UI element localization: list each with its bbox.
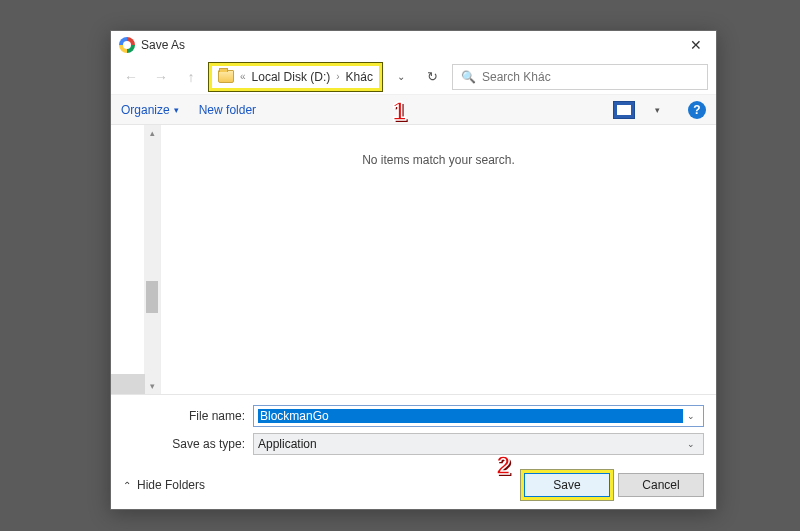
up-button[interactable]: ↑ — [179, 65, 203, 89]
savetype-combo[interactable]: Application ⌄ — [253, 433, 704, 455]
cancel-button[interactable]: Cancel — [618, 473, 704, 497]
breadcrumb-bar[interactable]: « Local Disk (D:) › Khác — [209, 63, 382, 91]
navpane-item[interactable] — [111, 374, 145, 394]
folder-icon — [218, 70, 234, 83]
save-button[interactable]: Save — [524, 473, 610, 497]
footer-row: ⌃ Hide Folders Save Cancel — [123, 473, 704, 497]
annotation-callout-2: 2 — [496, 450, 510, 481]
scroll-down-icon[interactable]: ▾ — [144, 378, 160, 394]
save-as-dialog: Save As ✕ ← → ↑ « Local Disk (D:) › Khác… — [110, 30, 717, 510]
new-folder-button[interactable]: New folder — [199, 103, 256, 117]
chevron-down-icon: ▾ — [174, 105, 179, 115]
savetype-value: Application — [258, 437, 683, 451]
chevron-down-icon[interactable]: ⌄ — [683, 411, 699, 421]
close-button[interactable]: ✕ — [676, 31, 716, 59]
forward-button[interactable]: → — [149, 65, 173, 89]
annotation-callout-1: 1 — [392, 96, 406, 127]
dialog-title: Save As — [141, 38, 676, 52]
scroll-up-icon[interactable]: ▴ — [144, 125, 160, 141]
bottom-panel: File name: BlockmanGo ⌄ Save as type: Ap… — [111, 394, 716, 509]
hide-folders-label: Hide Folders — [137, 478, 205, 492]
refresh-button[interactable]: ↻ — [420, 64, 446, 90]
search-icon: 🔍 — [461, 70, 476, 84]
view-mode-button[interactable] — [613, 101, 635, 119]
toolbar: Organize ▾ New folder ▾ ? — [111, 95, 716, 125]
organize-label: Organize — [121, 103, 170, 117]
chevron-down-icon[interactable]: ⌄ — [683, 439, 699, 449]
breadcrumb-parent[interactable]: Local Disk (D:) — [252, 70, 331, 84]
empty-message: No items match your search. — [161, 153, 716, 167]
back-button[interactable]: ← — [119, 65, 143, 89]
view-mode-dropdown[interactable]: ▾ — [655, 105, 660, 115]
navigation-pane[interactable]: ▴ ▾ — [111, 125, 161, 394]
chrome-icon — [119, 37, 135, 53]
titlebar: Save As ✕ — [111, 31, 716, 59]
breadcrumb-current[interactable]: Khác — [346, 70, 373, 84]
chevron-up-icon: ⌃ — [123, 480, 131, 491]
savetype-row: Save as type: Application ⌄ — [123, 433, 704, 455]
scroll-thumb[interactable] — [146, 281, 158, 313]
search-box[interactable]: 🔍 — [452, 64, 708, 90]
filename-row: File name: BlockmanGo ⌄ — [123, 405, 704, 427]
help-button[interactable]: ? — [688, 101, 706, 119]
savetype-label: Save as type: — [123, 437, 253, 451]
scroll-track[interactable] — [144, 141, 160, 378]
new-folder-label: New folder — [199, 103, 256, 117]
filename-label: File name: — [123, 409, 253, 423]
organize-menu[interactable]: Organize ▾ — [121, 103, 179, 117]
filename-combo[interactable]: BlockmanGo ⌄ — [253, 405, 704, 427]
hide-folders-toggle[interactable]: ⌃ Hide Folders — [123, 478, 205, 492]
search-input[interactable] — [482, 70, 699, 84]
nav-row: ← → ↑ « Local Disk (D:) › Khác ⌄ ↻ 🔍 — [111, 59, 716, 95]
file-list-area[interactable]: No items match your search. — [161, 125, 716, 394]
navpane-scrollbar[interactable]: ▴ ▾ — [144, 125, 160, 394]
filename-value[interactable]: BlockmanGo — [258, 409, 683, 423]
content-area: ▴ ▾ No items match your search. — [111, 125, 716, 394]
breadcrumb-history-dropdown[interactable]: ⌄ — [388, 64, 414, 90]
breadcrumb-prefix: « — [240, 71, 246, 82]
chevron-right-icon: › — [336, 71, 339, 82]
